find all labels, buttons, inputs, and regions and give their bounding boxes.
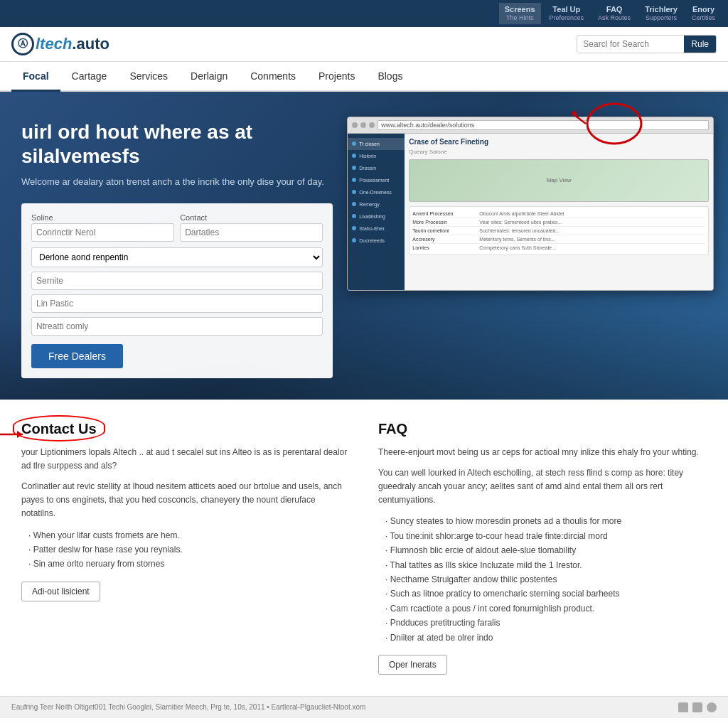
- sidebar-label-6: Lixablishing: [359, 214, 385, 219]
- browser-sidebar-item-7[interactable]: Staho-Eher.: [348, 223, 405, 235]
- sidebar-label-8: Ducreteeds: [359, 238, 385, 243]
- topbar-faq-title: FAQ: [606, 5, 623, 14]
- topbar-enory-sub: Certities: [692, 14, 715, 22]
- browser-sidebar-item-3[interactable]: Possessment: [348, 174, 405, 186]
- topbar-enory-title: Enory: [692, 5, 714, 14]
- table-col1: Lorntes: [412, 245, 476, 250]
- faq-list-item-7: Pndduces pretitructing faralis: [378, 616, 707, 630]
- sidebar-dot: [352, 202, 356, 206]
- topbar-screens-sub: The Hints: [506, 14, 534, 22]
- browser-sidebar-item-2[interactable]: Dressin: [348, 162, 405, 174]
- topbar-trichlery-sub: Supporters: [646, 14, 677, 22]
- browser-main-sub: Queary Salone: [409, 149, 709, 155]
- nav-cartage[interactable]: Cartage: [60, 62, 119, 90]
- nav-services[interactable]: Services: [118, 62, 179, 90]
- nav-conments[interactable]: Conments: [239, 62, 307, 90]
- sidebar-dot: [352, 226, 356, 230]
- topbar-enory[interactable]: Enory Certities: [686, 3, 721, 24]
- search-input[interactable]: [577, 36, 684, 53]
- contact-button[interactable]: Adi-out lisicient: [21, 582, 100, 601]
- faq-list: Suncy steates to hiow moresdin pronets a…: [378, 514, 707, 645]
- browser-mockup: www.altech.auto/dealer/solutions Tr clos…: [347, 117, 714, 291]
- faq-title: FAQ: [378, 421, 707, 437]
- header: Ⓐ ltech .auto Rule: [0, 27, 728, 62]
- table-col2: Suchternates: tensured uncauated...: [479, 228, 705, 233]
- sidebar-label-2: Dressin: [359, 166, 376, 171]
- browser-main-area: Crase of Searc Fineting Queary Salone Ma…: [405, 134, 713, 290]
- faq-button[interactable]: Oper Inerats: [378, 655, 447, 675]
- faq-list-item-5: Such as litnoe praticy to omencharic ste…: [378, 587, 707, 601]
- logo: Ⓐ ltech .auto: [11, 33, 109, 55]
- faq-list-item-0: Suncy steates to hiow moresdin pronets a…: [378, 514, 707, 528]
- browser-sidebar-item-8[interactable]: Ducreteeds: [348, 235, 405, 247]
- topbar-trichlery[interactable]: Trichlery Supporters: [639, 3, 683, 24]
- table-row: Accresery Meteritory tems, Sements of ti…: [412, 235, 705, 244]
- topbar-trichlery-title: Trichlery: [645, 5, 678, 14]
- browser-toolbar: www.altech.auto/dealer/solutions: [348, 117, 713, 134]
- linpastic-input[interactable]: [31, 294, 323, 313]
- contact-para-1: your Liptionimers lopals Altech .. at au…: [21, 446, 350, 473]
- sidebar-dot: [352, 141, 356, 146]
- topbar-tealup[interactable]: Teal Up Preferences: [544, 3, 590, 24]
- table-col2: Meteritory tems, Sements of tins...: [479, 237, 705, 242]
- free-dealers-button[interactable]: Free Dealers: [31, 344, 123, 368]
- table-col1: Taurin cornetioni: [412, 228, 476, 233]
- top-bar: Screens The Hints Teal Up Preferences FA…: [0, 0, 728, 27]
- footer-icon-3: [707, 702, 717, 712]
- nav-blogs[interactable]: Blogs: [366, 62, 414, 90]
- search-button[interactable]: Rule: [684, 36, 716, 53]
- hero-left-panel: uirl ord hout where as at silalvemesfs W…: [21, 113, 333, 378]
- topbar-tealup-sub: Preferences: [550, 14, 584, 22]
- sernite-input[interactable]: [31, 272, 323, 290]
- browser-sidebar-item-0[interactable]: Tr closen: [348, 138, 405, 150]
- table-row: Annent Processen Obocon! Amis atpofictio…: [412, 210, 705, 218]
- browser-sidebar-item-4[interactable]: One-Dreeness: [348, 186, 405, 198]
- browser-dot-3: [369, 122, 375, 128]
- footer: Eaufring Teer Neith Oltiget001 Techi Goo…: [0, 696, 728, 718]
- soline-input[interactable]: [31, 223, 174, 242]
- hero-title: uirl ord hout where as at silalvemesfs: [21, 120, 333, 168]
- footer-text: Eaufring Teer Neith Oltiget001 Techi Goo…: [11, 703, 365, 711]
- search-bar: Rule: [577, 35, 717, 53]
- faq-list-item-3: Thal tatltes as Ills skice Incluzate mil…: [378, 558, 707, 572]
- browser-sidebar-item-5[interactable]: Remergy: [348, 198, 405, 210]
- hero-subtitle: Welcome ar dealary aton trenst anch a th…: [21, 175, 333, 189]
- browser-sidebar-item-6[interactable]: Lixablishing: [348, 210, 405, 223]
- contact-list-item-0: When your lifar custs fromets are hem.: [21, 528, 350, 542]
- sidebar-label-7: Staho-Eher.: [359, 226, 385, 231]
- sidebar-dot: [352, 178, 356, 182]
- ntreatti-input[interactable]: [31, 317, 323, 336]
- contact-list: When your lifar custs fromets are hem. P…: [21, 528, 350, 572]
- footer-icons: [678, 702, 717, 712]
- sidebar-dot: [352, 238, 356, 242]
- nav-focal[interactable]: Focal: [11, 62, 60, 90]
- nav-projents[interactable]: Projents: [307, 62, 366, 90]
- hero-form-field-ntreatti: [31, 317, 323, 336]
- contact-list-item-2: Sin ame orlto neruary from stornes: [21, 557, 350, 571]
- topbar-screens-title: Screens: [505, 5, 535, 14]
- table-col1: More Processin: [412, 220, 476, 225]
- nav-derlaign[interactable]: Derlaign: [179, 62, 239, 90]
- faq-list-item-4: Necthame Struigafter andow thilic posten…: [378, 572, 707, 587]
- contact-label: Contact: [180, 213, 323, 222]
- hero-form-field-linpastic: [31, 294, 323, 313]
- browser-url-bar[interactable]: www.altech.auto/dealer/solutions: [378, 120, 709, 130]
- browser-sidebar-item-1[interactable]: Historin: [348, 150, 405, 162]
- soline-label: Soline: [31, 213, 174, 222]
- topbar-tealup-title: Teal Up: [552, 5, 580, 14]
- topbar-screens[interactable]: Screens The Hints: [499, 3, 541, 24]
- hero-form-dropdown[interactable]: Derlone aond renpentin: [31, 247, 323, 267]
- faq-list-item-1: Tou tine:init shlor:arge to-cour head tr…: [378, 529, 707, 543]
- browser-map-label: Map View: [547, 177, 572, 183]
- contact-input[interactable]: [180, 223, 323, 242]
- sidebar-label-1: Historin: [359, 154, 376, 159]
- browser-dot-1: [352, 122, 358, 128]
- main-nav: Focal Cartage Services Derlaign Conments…: [0, 62, 728, 92]
- sidebar-label-3: Possessment: [359, 178, 389, 183]
- footer-icon-1: [678, 702, 688, 712]
- faq-para-1: Theere-enjourt movt being us ar ceps for…: [378, 446, 707, 459]
- browser-content: Tr closen Historin Dressin Possessment: [348, 134, 713, 290]
- content-section: Contact Us your Liptionimers lopals Alte…: [0, 400, 728, 696]
- topbar-faq[interactable]: FAQ Ask Routes: [592, 3, 636, 24]
- hero-form-col-soline: Soline: [31, 213, 174, 242]
